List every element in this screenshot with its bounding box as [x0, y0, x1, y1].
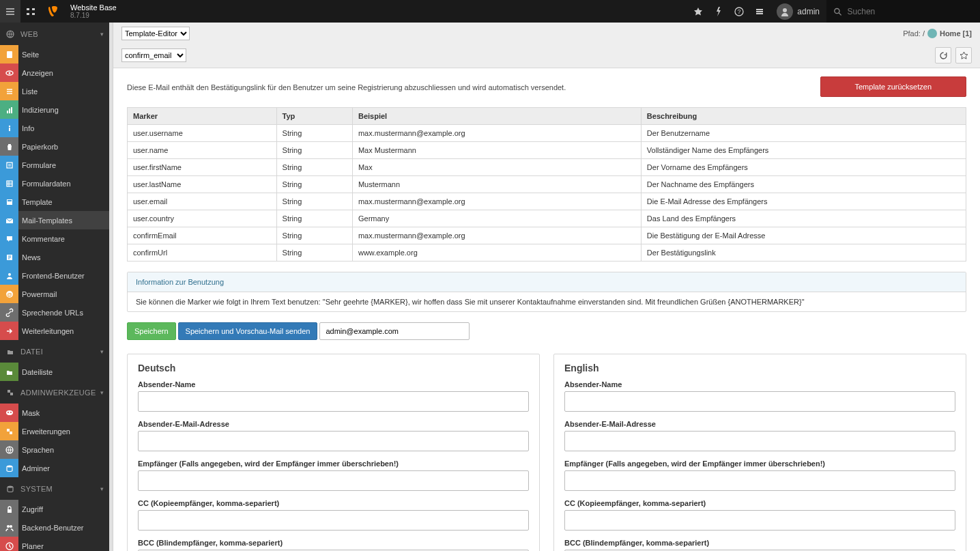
save-button[interactable]: Speichern	[127, 322, 176, 340]
bookmark-doc-button[interactable]	[955, 47, 972, 63]
sidebar-item-label: Seite	[18, 51, 39, 59]
apps-button[interactable]	[749, 0, 770, 23]
refresh-button[interactable]	[935, 47, 951, 63]
cc-input[interactable]	[138, 510, 529, 531]
svg-rect-7	[756, 11, 763, 12]
table-cell: String	[276, 125, 352, 142]
svg-point-14	[8, 72, 10, 74]
sidebar-item-formulardaten[interactable]: Formulardaten	[0, 174, 109, 193]
table-cell: Max	[352, 159, 641, 176]
sender_name-input[interactable]	[564, 391, 955, 412]
table-cell: Der Benutzername	[641, 125, 966, 142]
sidebar-item-label: Weiterleitungen	[18, 327, 74, 335]
sidebar-item-anzeigen[interactable]: Anzeigen	[0, 63, 109, 82]
ext-icon	[0, 422, 18, 440]
globe-icon	[0, 440, 18, 459]
template-select[interactable]: confirm_email	[121, 48, 186, 62]
site-info: Website Base 8.7.19	[63, 3, 124, 19]
menu-toggle-button[interactable]	[0, 0, 20, 23]
field-label: BCC (Blindempfänger, komma-separiert)	[564, 539, 955, 547]
lock-icon	[0, 500, 18, 518]
sidebar-group-system[interactable]: SYSTEM▾	[0, 477, 109, 500]
sidebar-item-backend-benutzer[interactable]: Backend-Benutzer	[0, 518, 109, 537]
sidebar-item-powermail[interactable]: @Powermail	[0, 285, 109, 303]
comment-icon	[0, 229, 18, 248]
field-label: CC (Kopieempfänger, komma-separiert)	[138, 499, 529, 507]
sidebar-group-admin[interactable]: ADMINWERKZEUGE▾	[0, 381, 109, 404]
home-label[interactable]: Home [1]	[940, 29, 972, 38]
svg-rect-12	[7, 51, 12, 58]
svg-rect-6	[756, 9, 763, 10]
group-label: SYSTEM	[20, 485, 100, 493]
sidebar-group-datei[interactable]: DATEI▾	[0, 340, 109, 363]
sidebar-item-indizierung[interactable]: Indizierung	[0, 100, 109, 119]
table-row: confirmEmailStringmax.mustermann@example…	[128, 227, 966, 244]
sidebar-item-seite[interactable]: Seite	[0, 45, 109, 63]
sidebar-item-mail-templates[interactable]: Mail-Templates	[0, 211, 109, 229]
field-label: Absender-E-Mail-Adresse	[564, 420, 955, 428]
sender_name-input[interactable]	[138, 391, 529, 412]
field-label: Empfänger (Falls angegeben, wird der Emp…	[564, 460, 955, 468]
sidebar-item-planer[interactable]: Planer	[0, 537, 109, 551]
field-label: BCC (Blindempfänger, komma-separiert)	[138, 539, 529, 547]
group-label: WEB	[20, 30, 100, 38]
svg-point-32	[10, 412, 12, 413]
cache-button[interactable]	[708, 0, 729, 23]
sidebar-item-news[interactable]: News	[0, 248, 109, 266]
sidebar-item-mask[interactable]: Mask	[0, 404, 109, 422]
column-title: Deutsch	[138, 363, 529, 373]
recipient-input[interactable]	[564, 470, 955, 491]
typo3-logo-icon	[41, 5, 63, 18]
table-cell: String	[276, 210, 352, 227]
svg-point-18	[8, 125, 10, 126]
chevron-down-icon: ▾	[100, 31, 104, 38]
tree-toggle-button[interactable]	[20, 0, 41, 23]
sidebar-item-info[interactable]: Info	[0, 119, 109, 137]
search-input[interactable]	[848, 7, 973, 16]
table-header: Marker	[128, 108, 277, 125]
sidebar-item-papierkorb[interactable]: Papierkorb	[0, 137, 109, 156]
doc-icon	[0, 45, 18, 63]
main-content: Template-Editor Pfad: / Home [1] confirm…	[113, 23, 980, 551]
sender_email-input[interactable]	[564, 431, 955, 451]
sidebar-item-adminer[interactable]: Adminer	[0, 459, 109, 477]
mask-icon	[0, 404, 18, 422]
sidebar-item-kommentare[interactable]: Kommentare	[0, 229, 109, 248]
template-editor-select[interactable]: Template-Editor	[121, 27, 190, 40]
help-button[interactable]: ?	[729, 0, 749, 23]
save-preview-button[interactable]: Speichern und Vorschau-Mail senden	[178, 322, 318, 340]
sidebar-group-web[interactable]: WEB▾	[0, 23, 109, 45]
recipient-input[interactable]	[138, 470, 529, 491]
svg-point-9	[783, 8, 787, 12]
svg-rect-17	[11, 107, 12, 113]
sidebar-item-sprechende-urls[interactable]: Sprechende URLs	[0, 303, 109, 322]
sender_email-input[interactable]	[138, 431, 529, 451]
files-icon	[0, 363, 18, 381]
sidebar-item-erweiterungen[interactable]: Erweiterungen	[0, 422, 109, 440]
preview-email-input[interactable]	[319, 322, 470, 340]
site-name: Website Base	[70, 3, 117, 12]
group-label: DATEI	[20, 348, 100, 356]
sidebar-item-sprachen[interactable]: Sprachen	[0, 440, 109, 459]
cc-input[interactable]	[564, 510, 955, 531]
user-icon	[0, 266, 18, 285]
sidebar-item-weiterleitungen[interactable]: Weiterleitungen	[0, 322, 109, 340]
sidebar-item-dateiliste[interactable]: Dateiliste	[0, 363, 109, 381]
sidebar-item-formulare[interactable]: Formulare	[0, 156, 109, 174]
sidebar-item-template[interactable]: Template	[0, 193, 109, 211]
sidebar-item-label: Zugriff	[18, 505, 43, 513]
sidebar-item-zugriff[interactable]: Zugriff	[0, 500, 109, 518]
sidebar-item-frontend-benutzer[interactable]: Frontend-Benutzer	[0, 266, 109, 285]
svg-point-37	[8, 485, 13, 488]
user-menu[interactable]: admin	[770, 0, 826, 23]
field-label: CC (Kopieempfänger, komma-separiert)	[564, 499, 955, 507]
svg-rect-38	[8, 509, 12, 513]
bookmark-button[interactable]	[688, 0, 708, 23]
reset-template-button[interactable]: Template zurücksetzen	[820, 76, 967, 97]
breadcrumb: Pfad: / Home [1]	[903, 29, 972, 38]
sidebar-item-liste[interactable]: Liste	[0, 82, 109, 100]
site-version: 8.7.19	[70, 12, 117, 19]
search-box[interactable]	[826, 0, 980, 23]
table-cell: user.email	[128, 193, 277, 210]
sidebar-item-label: Sprechende URLs	[18, 309, 83, 317]
